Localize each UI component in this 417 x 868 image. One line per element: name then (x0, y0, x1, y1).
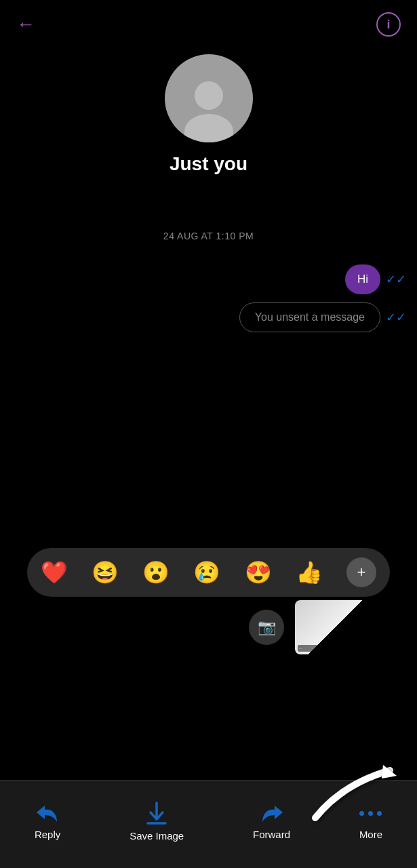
toolbar-item-forward[interactable]: Forward (253, 803, 290, 840)
avatar (165, 54, 253, 142)
save-image-label: Save Image (130, 830, 184, 842)
forward-label: Forward (253, 829, 290, 840)
header: ← i (0, 0, 417, 49)
message-row: Hi ✓✓ (11, 264, 406, 294)
reaction-more-button[interactable]: + (346, 557, 376, 587)
message-row-unsent: You unsent a message ✓✓ (11, 302, 406, 332)
messages-area: Hi ✓✓ You unsent a message ✓✓ (0, 264, 417, 332)
profile-area: Just you (0, 54, 417, 175)
avatar-body (184, 114, 233, 142)
arrow-annotation (309, 764, 403, 834)
toolbar-item-save-image[interactable]: Save Image (130, 802, 184, 842)
reaction-heart-eyes[interactable]: 😍 (245, 559, 272, 585)
reaction-thumbsup[interactable]: 👍 (296, 559, 323, 585)
reaction-heart[interactable]: ❤️ (41, 559, 68, 585)
context-area: 📷 ··· (249, 600, 376, 654)
reaction-cry[interactable]: 😢 (193, 559, 220, 585)
camera-button[interactable]: 📷 (249, 610, 284, 645)
message-bubble-hi: Hi (345, 264, 380, 294)
reaction-laugh[interactable]: 😆 (92, 559, 119, 585)
back-button[interactable]: ← (16, 14, 35, 35)
annotation-arrow (309, 764, 403, 831)
thumbnail-overlay: ··· (298, 645, 374, 652)
avatar-silhouette (182, 81, 236, 142)
message-timestamp: 24 AUG AT 1:10 PM (0, 231, 417, 241)
toolbar-item-reply[interactable]: Reply (35, 803, 60, 840)
reaction-wow[interactable]: 😮 (142, 559, 170, 585)
message-thumbnail: ··· (295, 600, 376, 654)
message-status-unsent: ✓✓ (386, 310, 406, 325)
reply-icon (35, 803, 60, 823)
message-bubble-unsent: You unsent a message (239, 302, 380, 332)
camera-icon: 📷 (258, 618, 276, 636)
forward-icon (260, 803, 284, 823)
contact-name: Just you (170, 153, 247, 175)
reply-label: Reply (35, 829, 60, 840)
save-image-icon (146, 802, 167, 825)
message-status-hi: ✓✓ (386, 272, 406, 287)
avatar-head (195, 81, 223, 110)
svg-marker-1 (382, 765, 397, 778)
info-button[interactable]: i (376, 12, 401, 37)
reaction-bar: ❤️ 😆 😮 😢 😍 👍 + (27, 548, 390, 597)
